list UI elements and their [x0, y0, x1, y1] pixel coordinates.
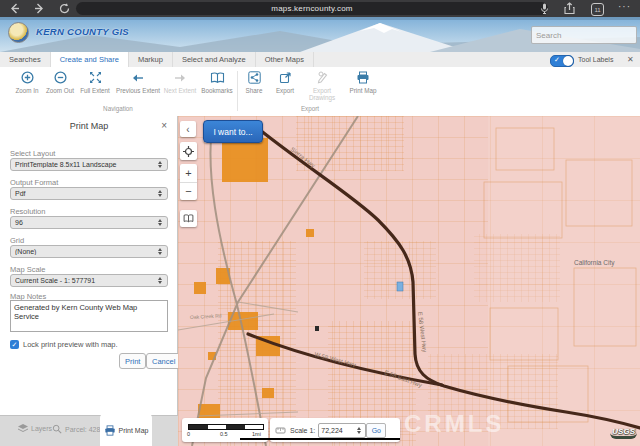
forward-icon[interactable] [33, 2, 46, 15]
kern-county-gis-app: maps.kerncounty.com 11 ··· KERN COUNTY G… [0, 0, 640, 446]
tab-create-and-share[interactable]: Create and Share [51, 52, 129, 67]
app-header: KERN COUNTY GIS [0, 17, 640, 52]
zoom-in-icon [10, 70, 44, 85]
select-layout-label: Select Layout [10, 149, 55, 158]
collapse-panel-chevron[interactable]: ‹ [180, 121, 196, 137]
lock-preview-row[interactable]: ✓ Lock print preview with map. [10, 340, 118, 349]
scale-stepper-icon[interactable] [356, 427, 362, 434]
book-icon [183, 214, 194, 223]
global-search-box[interactable] [531, 26, 637, 44]
check-icon: ✓ [554, 56, 560, 64]
selected-parcel[interactable] [397, 282, 403, 291]
dropdown-stepper-icon [157, 277, 163, 284]
toggle-knob [563, 56, 573, 66]
app-title: KERN COUNTY GIS [36, 26, 129, 37]
group-label-export: Export [262, 105, 358, 112]
tab-select-and-analyze[interactable]: Select and Analyze [173, 52, 256, 67]
scalebar-zero: 0 [187, 431, 190, 437]
browser-bar: maps.kerncounty.com 11 ··· [0, 0, 640, 17]
back-icon[interactable] [8, 2, 21, 15]
map-viewport: Sierra Hwy E 58 West Hwy W 58 West Hwy E… [178, 116, 640, 446]
dropdown-stepper-icon [157, 161, 163, 168]
dropdown-stepper-icon [157, 219, 163, 226]
bookmarks-button[interactable]: Bookmarks [196, 70, 238, 94]
print-map-panel: Print Map × Select Layout PrintTemplate … [0, 116, 178, 446]
map-marker [315, 326, 319, 331]
share-button[interactable]: Share [238, 70, 270, 94]
zoom-in-button[interactable]: Zoom In [10, 70, 44, 94]
printer-icon [104, 425, 116, 436]
export-drawings-icon [301, 70, 343, 85]
scale-go-button[interactable]: Go [366, 423, 386, 438]
map-zoom-in-button[interactable]: + [180, 164, 197, 183]
export-button[interactable]: Export [269, 70, 301, 94]
map-scale-label: Map Scale [10, 265, 45, 274]
locate-button[interactable] [180, 142, 197, 160]
locate-icon [183, 146, 194, 157]
main-nav-tabs: Searches Create and Share Markup Select … [0, 52, 640, 68]
resolution-dropdown[interactable]: 96 [10, 216, 168, 229]
map-scale-dropdown[interactable]: Current Scale - 1: 577791 [10, 274, 168, 287]
map-canvas[interactable]: Sierra Hwy E 58 West Hwy W 58 West Hwy E… [178, 116, 640, 446]
search-input[interactable] [532, 31, 640, 40]
bottom-divider-line [240, 438, 400, 440]
cancel-button[interactable]: Cancel [146, 353, 181, 369]
magnifier-icon [52, 424, 62, 434]
checkbox-checked-icon[interactable]: ✓ [10, 340, 19, 349]
map-bookmarks-button[interactable] [180, 210, 197, 227]
url-text: maps.kerncounty.com [271, 4, 352, 13]
ribbon-toolbar: Zoom In Zoom Out Full Extent Previous Ex… [0, 67, 640, 116]
select-layout-dropdown[interactable]: PrintTemplate 8.5x11 Landscape [10, 158, 168, 171]
dropdown-stepper-icon [157, 190, 163, 197]
tool-labels-label: Tool Labels [578, 56, 613, 63]
dropdown-stepper-icon [157, 248, 163, 255]
scalebar-half: 0.5 [220, 431, 228, 437]
scale-label: Scale 1: [290, 427, 315, 434]
url-bar[interactable]: maps.kerncounty.com [76, 2, 548, 15]
export-drawings-button: Export Drawings [301, 70, 343, 101]
full-extent-icon [74, 70, 116, 85]
bottom-tab-layers[interactable]: Layers [18, 424, 52, 433]
close-toolbar-icon[interactable]: ✕ [627, 55, 634, 64]
share-icon [238, 70, 270, 85]
scale-icon [275, 425, 286, 436]
export-icon [269, 70, 301, 85]
panel-title: Print Map [0, 121, 178, 131]
bottom-tab-bar: Layers Parcel: 428-... Print Map [0, 415, 178, 446]
bookmarks-icon [196, 70, 238, 85]
map-notes-textarea[interactable]: Generated by Kern County Web Map Service [10, 300, 168, 332]
output-format-dropdown[interactable]: Pdf [10, 187, 168, 200]
scalebar-one: 1mi [252, 431, 261, 437]
tab-markup[interactable]: Markup [129, 52, 173, 67]
lock-preview-label: Lock print preview with map. [23, 340, 118, 349]
zoom-out-icon [43, 70, 77, 85]
tabs-icon[interactable]: 11 [591, 3, 604, 16]
scalebar [188, 424, 264, 430]
more-menu-icon[interactable]: ··· [618, 1, 631, 12]
refresh-icon[interactable] [58, 2, 71, 15]
output-format-label: Output Format [10, 178, 58, 187]
map-zoom-out-button[interactable]: − [180, 183, 197, 201]
print-button[interactable]: Print [119, 353, 146, 369]
zoom-out-button[interactable]: Zoom Out [43, 70, 77, 94]
i-want-to-button[interactable]: I want to... [203, 120, 263, 143]
full-extent-button[interactable]: Full Extent [74, 70, 116, 94]
tab-searches[interactable]: Searches [0, 52, 51, 67]
bottom-tab-print-map[interactable]: Print Map [100, 414, 152, 446]
crmls-watermark: CRMLS [404, 410, 504, 438]
usgs-attribution: USGS [610, 427, 637, 439]
resolution-label: Resolution [10, 207, 45, 216]
printer-icon [344, 70, 382, 85]
grid-dropdown[interactable]: (None) [10, 245, 168, 258]
kern-county-seal[interactable] [8, 22, 29, 43]
tool-labels-toggle[interactable]: ✓ [550, 55, 574, 67]
share-sheet-icon[interactable] [563, 2, 576, 15]
print-map-button[interactable]: Print Map [344, 70, 382, 94]
mic-icon[interactable] [538, 2, 551, 15]
layers-icon [18, 424, 28, 433]
map-zoom-control: + − [180, 164, 197, 200]
tab-other-maps[interactable]: Other Maps [256, 52, 314, 67]
panel-close-icon[interactable]: × [161, 120, 167, 131]
group-label-navigation: Navigation [70, 105, 166, 112]
grid-label: Grid [10, 236, 24, 245]
